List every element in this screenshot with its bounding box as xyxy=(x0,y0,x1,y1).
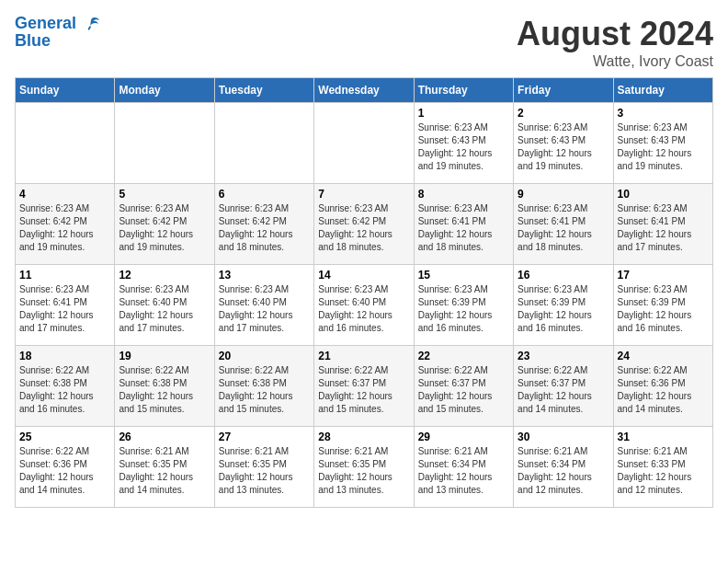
day-number: 3 xyxy=(618,107,709,120)
calendar-cell: 9Sunrise: 6:23 AMSunset: 6:41 PMDaylight… xyxy=(514,184,613,265)
week-row-2: 4Sunrise: 6:23 AMSunset: 6:42 PMDaylight… xyxy=(16,184,713,265)
title-block: August 2024 Watte, Ivory Coast xyxy=(517,15,713,70)
calendar-table: SundayMondayTuesdayWednesdayThursdayFrid… xyxy=(15,77,713,508)
day-header-saturday: Saturday xyxy=(613,78,712,103)
calendar-cell: 30Sunrise: 6:21 AMSunset: 6:34 PMDayligh… xyxy=(514,427,613,508)
day-info: Sunrise: 6:22 AMSunset: 6:38 PMDaylight:… xyxy=(219,364,310,416)
day-number: 11 xyxy=(19,269,110,282)
day-number: 9 xyxy=(518,188,609,201)
day-header-sunday: Sunday xyxy=(16,78,115,103)
calendar-cell: 10Sunrise: 6:23 AMSunset: 6:41 PMDayligh… xyxy=(613,184,712,265)
day-header-friday: Friday xyxy=(514,78,613,103)
day-number: 27 xyxy=(219,431,310,443)
day-number: 7 xyxy=(318,188,409,201)
day-info: Sunrise: 6:23 AMSunset: 6:40 PMDaylight:… xyxy=(318,283,409,335)
day-number: 17 xyxy=(618,269,709,282)
logo-bird-icon xyxy=(83,15,101,33)
calendar-cell: 7Sunrise: 6:23 AMSunset: 6:42 PMDaylight… xyxy=(314,184,414,265)
calendar-cell: 17Sunrise: 6:23 AMSunset: 6:39 PMDayligh… xyxy=(613,265,712,346)
day-info: Sunrise: 6:21 AMSunset: 6:33 PMDaylight:… xyxy=(618,445,709,497)
day-info: Sunrise: 6:23 AMSunset: 6:43 PMDaylight:… xyxy=(618,121,709,173)
day-info: Sunrise: 6:22 AMSunset: 6:37 PMDaylight:… xyxy=(318,364,409,416)
day-header-wednesday: Wednesday xyxy=(314,78,414,103)
day-info: Sunrise: 6:23 AMSunset: 6:42 PMDaylight:… xyxy=(219,202,310,254)
day-info: Sunrise: 6:23 AMSunset: 6:39 PMDaylight:… xyxy=(618,283,709,335)
day-info: Sunrise: 6:23 AMSunset: 6:43 PMDaylight:… xyxy=(518,121,609,173)
day-number: 24 xyxy=(618,350,709,362)
day-info: Sunrise: 6:23 AMSunset: 6:42 PMDaylight:… xyxy=(119,202,210,254)
day-info: Sunrise: 6:22 AMSunset: 6:36 PMDaylight:… xyxy=(618,364,709,416)
day-info: Sunrise: 6:22 AMSunset: 6:38 PMDaylight:… xyxy=(119,364,210,416)
week-row-1: 1Sunrise: 6:23 AMSunset: 6:43 PMDaylight… xyxy=(16,103,713,184)
page-header: General Blue August 2024 Watte, Ivory Co… xyxy=(15,15,713,70)
day-info: Sunrise: 6:23 AMSunset: 6:39 PMDaylight:… xyxy=(518,283,609,335)
day-number: 30 xyxy=(518,431,609,443)
day-number: 10 xyxy=(618,188,709,201)
calendar-cell: 28Sunrise: 6:21 AMSunset: 6:35 PMDayligh… xyxy=(314,427,414,508)
day-number: 5 xyxy=(119,188,210,201)
day-info: Sunrise: 6:23 AMSunset: 6:42 PMDaylight:… xyxy=(19,202,110,254)
logo: General Blue xyxy=(15,15,101,51)
day-info: Sunrise: 6:23 AMSunset: 6:41 PMDaylight:… xyxy=(19,283,110,335)
day-number: 2 xyxy=(518,107,609,120)
calendar-cell: 8Sunrise: 6:23 AMSunset: 6:41 PMDaylight… xyxy=(414,184,513,265)
subtitle: Watte, Ivory Coast xyxy=(517,53,713,70)
calendar-cell: 19Sunrise: 6:22 AMSunset: 6:38 PMDayligh… xyxy=(115,346,214,427)
day-number: 26 xyxy=(119,431,210,443)
calendar-cell xyxy=(214,103,313,184)
calendar-cell: 18Sunrise: 6:22 AMSunset: 6:38 PMDayligh… xyxy=(16,346,115,427)
day-number: 8 xyxy=(418,188,509,201)
calendar-body: 1Sunrise: 6:23 AMSunset: 6:43 PMDaylight… xyxy=(16,103,713,508)
day-info: Sunrise: 6:23 AMSunset: 6:40 PMDaylight:… xyxy=(119,283,210,335)
logo-text: General xyxy=(15,15,101,33)
calendar-cell xyxy=(314,103,414,184)
calendar-cell: 27Sunrise: 6:21 AMSunset: 6:35 PMDayligh… xyxy=(214,427,313,508)
calendar-cell xyxy=(16,103,115,184)
calendar-cell: 25Sunrise: 6:22 AMSunset: 6:36 PMDayligh… xyxy=(16,427,115,508)
day-info: Sunrise: 6:21 AMSunset: 6:35 PMDaylight:… xyxy=(318,445,409,497)
day-number: 19 xyxy=(119,350,210,362)
day-info: Sunrise: 6:23 AMSunset: 6:41 PMDaylight:… xyxy=(418,202,509,254)
day-info: Sunrise: 6:23 AMSunset: 6:41 PMDaylight:… xyxy=(518,202,609,254)
calendar-cell xyxy=(115,103,214,184)
calendar-cell: 20Sunrise: 6:22 AMSunset: 6:38 PMDayligh… xyxy=(214,346,313,427)
day-number: 12 xyxy=(119,269,210,282)
day-number: 21 xyxy=(318,350,409,362)
day-number: 23 xyxy=(518,350,609,362)
calendar-header-row: SundayMondayTuesdayWednesdayThursdayFrid… xyxy=(16,78,713,103)
day-info: Sunrise: 6:22 AMSunset: 6:38 PMDaylight:… xyxy=(19,364,110,416)
day-header-thursday: Thursday xyxy=(414,78,513,103)
day-info: Sunrise: 6:21 AMSunset: 6:34 PMDaylight:… xyxy=(518,445,609,497)
day-number: 22 xyxy=(418,350,509,362)
day-number: 29 xyxy=(418,431,509,443)
day-info: Sunrise: 6:23 AMSunset: 6:41 PMDaylight:… xyxy=(618,202,709,254)
calendar-cell: 4Sunrise: 6:23 AMSunset: 6:42 PMDaylight… xyxy=(16,184,115,265)
day-info: Sunrise: 6:23 AMSunset: 6:42 PMDaylight:… xyxy=(318,202,409,254)
day-number: 28 xyxy=(318,431,409,443)
week-row-5: 25Sunrise: 6:22 AMSunset: 6:36 PMDayligh… xyxy=(16,427,713,508)
calendar-cell: 29Sunrise: 6:21 AMSunset: 6:34 PMDayligh… xyxy=(414,427,513,508)
day-number: 14 xyxy=(318,269,409,282)
logo-line2: Blue xyxy=(15,31,51,51)
week-row-3: 11Sunrise: 6:23 AMSunset: 6:41 PMDayligh… xyxy=(16,265,713,346)
day-number: 20 xyxy=(219,350,310,362)
day-number: 31 xyxy=(618,431,709,443)
calendar-cell: 16Sunrise: 6:23 AMSunset: 6:39 PMDayligh… xyxy=(514,265,613,346)
calendar-cell: 26Sunrise: 6:21 AMSunset: 6:35 PMDayligh… xyxy=(115,427,214,508)
day-info: Sunrise: 6:21 AMSunset: 6:35 PMDaylight:… xyxy=(119,445,210,497)
calendar-cell: 24Sunrise: 6:22 AMSunset: 6:36 PMDayligh… xyxy=(613,346,712,427)
calendar-cell: 5Sunrise: 6:23 AMSunset: 6:42 PMDaylight… xyxy=(115,184,214,265)
day-info: Sunrise: 6:23 AMSunset: 6:43 PMDaylight:… xyxy=(418,121,509,173)
calendar-cell: 14Sunrise: 6:23 AMSunset: 6:40 PMDayligh… xyxy=(314,265,414,346)
calendar-cell: 21Sunrise: 6:22 AMSunset: 6:37 PMDayligh… xyxy=(314,346,414,427)
calendar-cell: 22Sunrise: 6:22 AMSunset: 6:37 PMDayligh… xyxy=(414,346,513,427)
calendar-cell: 11Sunrise: 6:23 AMSunset: 6:41 PMDayligh… xyxy=(16,265,115,346)
day-number: 6 xyxy=(219,188,310,201)
calendar-cell: 6Sunrise: 6:23 AMSunset: 6:42 PMDaylight… xyxy=(214,184,313,265)
day-info: Sunrise: 6:22 AMSunset: 6:37 PMDaylight:… xyxy=(418,364,509,416)
day-number: 15 xyxy=(418,269,509,282)
day-header-tuesday: Tuesday xyxy=(214,78,313,103)
calendar-cell: 3Sunrise: 6:23 AMSunset: 6:43 PMDaylight… xyxy=(613,103,712,184)
main-title: August 2024 xyxy=(517,15,713,53)
day-number: 13 xyxy=(219,269,310,282)
